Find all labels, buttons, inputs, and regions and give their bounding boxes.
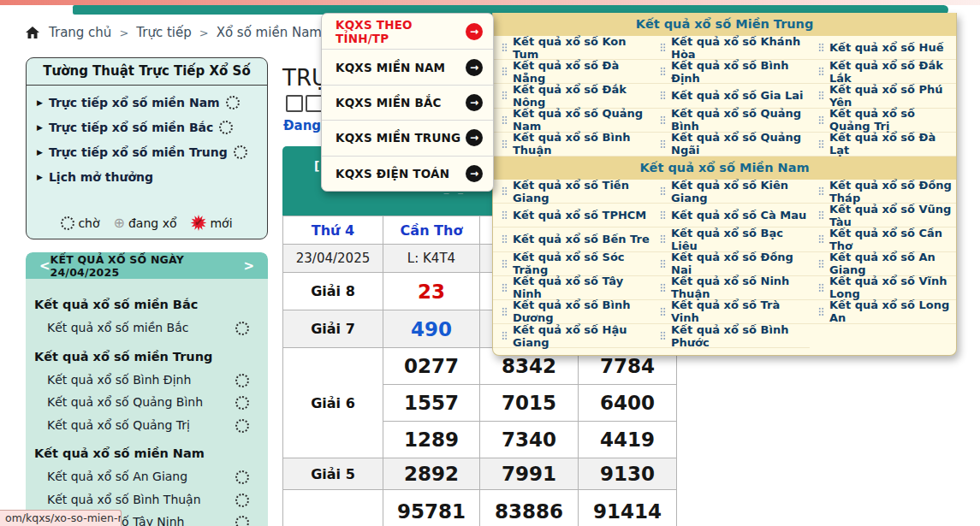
flyout-grid: Kết quả xổ số Kon TumKết quả xổ số Khánh… xyxy=(493,36,956,157)
arrow-circle-icon: → xyxy=(466,59,483,76)
province-result-link[interactable]: Kết quả xổ số Bình Định xyxy=(34,369,258,392)
flyout-province-link[interactable]: Kết quả xổ số Quảng Nam xyxy=(493,109,651,133)
flyout-province-link[interactable]: Kết quả xổ số Đà Lạt xyxy=(810,133,956,157)
province-result-link[interactable]: Kết quả xổ số Bình Thuận xyxy=(34,488,258,511)
flyout-province-link[interactable]: Kết quả xổ số Trà Vinh xyxy=(651,300,810,324)
prize-number-cell: 490 xyxy=(383,310,480,348)
flyout-link-label: Kết quả xổ số Đà Nẵng xyxy=(513,59,651,85)
flyout-province-link[interactable]: Kết quả xổ số TPHCM xyxy=(493,204,651,228)
province-result-link[interactable]: Kết quả xổ số miền Bắc xyxy=(34,316,258,340)
flyout-province-link[interactable]: Kết quả xổ số Vũng Tàu xyxy=(810,204,956,228)
band-text-fragment: [ xyxy=(314,159,319,173)
checkbox-1[interactable] xyxy=(286,95,303,112)
dot-grid-icon xyxy=(818,186,824,196)
flyout-province-link[interactable]: Kết quả xổ số Bình Phước xyxy=(651,324,810,348)
flyout-province-link[interactable]: Kết quả xổ số Quảng Bình xyxy=(651,109,810,133)
status-link-fragment: Đang xyxy=(283,118,321,133)
flyout-link-label: Kết quả xổ số Quảng Bình xyxy=(671,107,810,133)
flyout-province-link[interactable]: Kết quả xổ số Đồng Nai xyxy=(651,252,810,276)
menu-item[interactable]: KQXS MIỀN NAM→ xyxy=(322,49,493,84)
live-box-items: ▶Trực tiếp xổ số miền Nam▶Trực tiếp xổ s… xyxy=(27,86,267,184)
flyout-link-label: Kết quả xổ số Tiền Giang xyxy=(513,179,651,204)
loading-spinner-icon xyxy=(235,322,249,335)
flyout-link-label: Kết quả xổ số Bạc Liêu xyxy=(671,227,810,252)
breadcrumb-separator: > xyxy=(119,27,128,39)
flyout-province-link[interactable]: Kết quả xổ số Khánh Hòa xyxy=(651,36,810,60)
loading-spinner-icon xyxy=(235,374,249,387)
prize-number-cell: 7340 xyxy=(480,422,579,458)
flyout-province-link[interactable]: Kết quả xổ số Sóc Trăng xyxy=(493,252,651,276)
flyout-province-link[interactable]: Kết quả xổ số Cà Mau xyxy=(651,204,810,228)
table-row: 957818388691414 xyxy=(283,490,677,526)
flyout-province-link[interactable]: Kết quả xổ số Phú Yên xyxy=(810,84,956,108)
flyout-province-link[interactable]: Kết quả xổ số Quảng Trị xyxy=(810,109,956,133)
flyout-province-link[interactable]: Kết quả xổ số Kon Tum xyxy=(493,36,651,60)
checkbox-2[interactable] xyxy=(306,95,323,112)
live-item[interactable]: ▶Trực tiếp xổ số miền Nam xyxy=(37,96,255,109)
dot-grid-icon xyxy=(818,283,824,293)
flyout-province-link[interactable]: Kết quả xổ số Đắk Nông xyxy=(493,84,651,108)
flyout-link-label: Kết quả xổ số An Giang xyxy=(829,251,956,276)
loading-spinner-icon xyxy=(235,419,249,433)
page: Trang chủ>Trực tiếp>Xổ số miền Nam Tường… xyxy=(0,0,980,526)
flyout-province-link[interactable]: Kết quả xổ số Bình Định xyxy=(651,60,810,84)
prize-label-cell: Giải 5 xyxy=(283,458,383,490)
next-day-arrow-icon[interactable]: > xyxy=(243,258,254,274)
province-result-link[interactable]: Kết quả xổ số Quảng Bình xyxy=(34,391,258,414)
flyout-province-link[interactable]: Kết quả xổ số Vĩnh Long xyxy=(810,276,956,300)
flyout-province-link[interactable]: Kết quả xổ số Quảng Ngãi xyxy=(651,133,810,157)
region-heading: Kết quả xổ số miền Bắc xyxy=(34,295,258,314)
flyout-province-link[interactable]: Kết quả xổ số Bạc Liêu xyxy=(651,228,810,251)
flyout-link-label: Kết quả xổ số Cà Mau xyxy=(671,209,806,222)
flyout-province-link[interactable]: Kết quả xổ số Đồng Tháp xyxy=(810,180,956,204)
flyout-province-link[interactable]: Kết quả xổ số Đắk Lắk xyxy=(810,60,956,84)
live-item[interactable]: ▶Trực tiếp xổ số miền Trung xyxy=(37,145,255,159)
live-item-label: Trực tiếp xổ số miền Trung xyxy=(49,145,228,159)
flyout-province-link[interactable]: Kết quả xổ số Tiền Giang xyxy=(493,180,651,204)
flyout-province-link[interactable]: Kết quả xổ số Bình Thuận xyxy=(493,133,651,157)
live-item[interactable]: ▶Lịch mở thưởng xyxy=(37,170,255,184)
flyout-link-label: Kết quả xổ số Khánh Hòa xyxy=(671,35,810,61)
breadcrumb-link-1[interactable]: Trang chủ xyxy=(49,25,111,40)
flyout-link-label: Kết quả xổ số Vĩnh Long xyxy=(829,275,956,300)
flyout-province-link[interactable]: Kết quả xổ số An Giang xyxy=(810,252,956,276)
flyout-link-label: Kết quả xổ số Bình Phước xyxy=(671,323,810,349)
arrow-circle-icon: → xyxy=(466,129,483,146)
legend-new: ✔mới xyxy=(190,215,232,231)
loading-spinner-icon xyxy=(235,493,249,507)
loading-spinner-icon xyxy=(219,121,233,134)
prize-number-cell: 95781 xyxy=(383,490,480,526)
flyout-province-link[interactable]: Kết quả xổ số Long An xyxy=(810,300,956,324)
flyout-province-link[interactable]: Kết quả xổ số Bến Tre xyxy=(493,228,651,251)
triangle-bullet-icon: ▶ xyxy=(37,148,43,157)
flyout-province-link[interactable]: Kết quả xổ số Gia Lai xyxy=(651,84,810,108)
menu-item[interactable]: KQXS ĐIỆN TOÁN→ xyxy=(322,156,493,191)
breadcrumb-link-3[interactable]: Xổ số miền Nam xyxy=(217,25,322,40)
home-icon[interactable] xyxy=(26,27,39,38)
prev-day-arrow-icon[interactable]: < xyxy=(39,258,50,274)
region-heading: Kết quả xổ số miền Trung xyxy=(34,347,258,366)
region-heading: Kết quả xổ số miền Nam xyxy=(34,444,258,463)
menu-item[interactable]: KQXS MIỀN TRUNG→ xyxy=(322,120,493,155)
dot-grid-icon xyxy=(818,234,824,244)
prize-label-cell: Giải 8 xyxy=(283,273,383,310)
flyout-province-link[interactable]: Kết quả xổ số Huế xyxy=(810,36,956,60)
flyout-link-label: Kết quả xổ số Quảng Trị xyxy=(829,107,956,133)
flyout-province-link[interactable]: Kết quả xổ số Hậu Giang xyxy=(493,324,651,348)
loading-spinner-icon xyxy=(235,516,249,526)
dot-grid-icon xyxy=(660,67,666,76)
live-item[interactable]: ▶Trực tiếp xổ số miền Bắc xyxy=(37,121,255,134)
menu-item[interactable]: KQXS MIỀN BẮC→ xyxy=(322,85,493,120)
province-result-link[interactable]: Kết quả xổ số Quảng Trị xyxy=(34,414,258,437)
flyout-province-link[interactable]: Kết quả xổ số Ninh Thuận xyxy=(651,276,810,300)
flyout-province-link[interactable]: Kết quả xổ số Bình Dương xyxy=(493,300,651,324)
flyout-province-link[interactable]: Kết quả xổ số Tây Ninh xyxy=(493,276,651,300)
menu-item[interactable]: KQXS THEO TỈNH/TP→ xyxy=(322,14,493,49)
new-badge-icon: ✔ xyxy=(190,215,206,231)
flyout-province-link[interactable]: Kết quả xổ số Kiên Giang xyxy=(651,180,810,204)
live-commentary-box: Tường Thuật Trực Tiếp Xổ Số ▶Trực tiếp x… xyxy=(26,57,268,239)
province-result-link[interactable]: Kết quả xổ số An Giang xyxy=(34,465,258,488)
flyout-province-link[interactable]: Kết quả xổ số Đà Nẵng xyxy=(493,60,651,84)
breadcrumb-link-2[interactable]: Trực tiếp xyxy=(136,25,191,40)
flyout-province-link[interactable]: Kết quả xổ số Cần Thơ xyxy=(810,228,956,251)
